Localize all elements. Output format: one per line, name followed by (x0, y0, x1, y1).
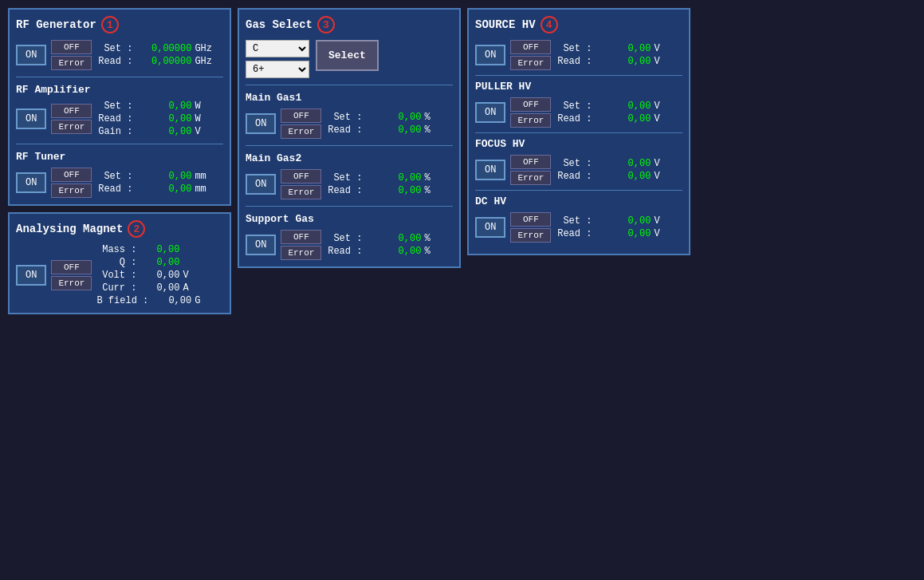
gas-select-dropdown2[interactable]: 6+ (246, 61, 309, 78)
rf-tuner-controls: ON OFF Error Set : 0,00 mm Read : (16, 168, 223, 198)
rf-amplifier-read-label: Read : (96, 113, 132, 124)
rf-tuner-off-button[interactable]: OFF (51, 168, 92, 182)
puller-hv-set-label: Set : (556, 101, 592, 112)
support-gas-error-button[interactable]: Error (281, 246, 321, 260)
main-gas2-on-button[interactable]: ON (246, 174, 276, 195)
dc-hv-on-button[interactable]: ON (475, 217, 505, 238)
main-layout: RF Generator 1 ON OFF Error Set : 0,0000… (8, 8, 916, 314)
source-hv-set-line: Set : 0,00 V (556, 43, 682, 54)
rf-amplifier-error-button[interactable]: Error (51, 120, 92, 134)
puller-hv-set-unit: V (654, 101, 674, 112)
puller-hv-error-button[interactable]: Error (510, 113, 551, 128)
main-gas1-set-unit: % (424, 112, 444, 123)
rf-tuner-read-unit: mm (195, 183, 214, 195)
rf-tuner-read-value: 0,00 (136, 183, 191, 195)
main-gas2-off-button[interactable]: OFF (281, 169, 321, 183)
puller-hv-read-line: Read : 0,00 V (556, 113, 682, 124)
source-hv-on-button[interactable]: ON (475, 45, 505, 65)
analysing-magnet-on-button[interactable]: ON (16, 265, 46, 286)
analysing-magnet-controls: ON OFF Error Mass : 0,00 Q : 0,00 (16, 244, 223, 306)
puller-hv-title: PULLER HV (475, 81, 682, 93)
magnet-curr-label: Curr : (96, 282, 136, 294)
main-gas1-read-unit: % (424, 124, 444, 136)
puller-hv-controls: ON OFF Error Set : 0,00 V Read : 0 (475, 97, 682, 128)
main-gas2-error-button[interactable]: Error (281, 185, 321, 199)
support-gas-controls: ON OFF Error Set : 0,00 % Read : 0 (246, 230, 453, 260)
magnet-q-value: 0,00 (140, 257, 179, 268)
rf-amplifier-off-button[interactable]: OFF (51, 104, 92, 118)
puller-hv-section: PULLER HV ON OFF Error Set : 0,00 V (475, 75, 682, 128)
support-gas-on-button[interactable]: ON (246, 235, 276, 255)
gas-select-button[interactable]: Select (316, 40, 379, 71)
analysing-magnet-panel: Analysing Magnet 2 ON OFF Error Mass : 0… (8, 212, 231, 314)
focus-hv-title: FOCUS HV (475, 138, 682, 150)
support-gas-set-label: Set : (326, 233, 362, 244)
focus-hv-off-button[interactable]: OFF (510, 155, 551, 169)
rf-generator-label: RF Generator (16, 18, 96, 31)
gas-select-dropdown1[interactable]: C (246, 40, 309, 57)
main-gas2-controls: ON OFF Error Set : 0,00 % Read : 0 (246, 169, 453, 199)
magnet-curr-line: Curr : 0,00 A (96, 282, 223, 294)
rf-tuner-on-button[interactable]: ON (16, 172, 46, 193)
focus-hv-controls: ON OFF Error Set : 0,00 V Read : 0 (475, 155, 682, 185)
rf-amplifier-controls: ON OFF Error Set : 0,00 W Read : 0 (16, 101, 223, 137)
main-gas1-read-value: 0,00 (365, 124, 421, 136)
support-gas-set-value: 0,00 (365, 233, 421, 244)
rf-generator-error-button[interactable]: Error (51, 56, 92, 70)
focus-hv-readings: Set : 0,00 V Read : 0,00 V (556, 158, 682, 182)
analysing-magnet-readings: Mass : 0,00 Q : 0,00 Volt : 0,00 V (96, 244, 223, 306)
main-gas1-set-value: 0,00 (365, 112, 421, 123)
rf-generator-read-unit: GHz (195, 56, 214, 67)
rf-generator-readings: Set : 0,00000 GHz Read : 0,00000 GHz (96, 43, 223, 67)
support-gas-read-label: Read : (326, 246, 362, 257)
rf-amplifier-gain-value: 0,00 (136, 126, 191, 137)
rf-amplifier-set-value: 0,00 (136, 101, 191, 112)
main-gas1-on-button[interactable]: ON (246, 113, 276, 134)
puller-hv-off-button[interactable]: OFF (510, 97, 551, 112)
support-gas-readings: Set : 0,00 % Read : 0,00 % (326, 233, 453, 257)
rf-generator-read-value: 0,00000 (136, 56, 191, 67)
focus-hv-error-button[interactable]: Error (510, 171, 551, 185)
rf-amplifier-set-line: Set : 0,00 W (96, 101, 223, 112)
source-hv-error-button[interactable]: Error (510, 56, 551, 70)
gas-select-dropdowns: C 6+ (246, 40, 309, 78)
source-hv-set-value: 0,00 (595, 43, 651, 54)
puller-hv-on-button[interactable]: ON (475, 102, 505, 123)
main-gas2-off-error: OFF Error (281, 169, 321, 199)
support-gas-read-line: Read : 0,00 % (326, 246, 453, 257)
main-gas1-off-button[interactable]: OFF (281, 109, 321, 123)
rf-generator-title: RF Generator 1 (16, 16, 223, 34)
support-gas-set-unit: % (424, 233, 444, 244)
source-hv-off-button[interactable]: OFF (510, 40, 551, 54)
rf-generator-on-button[interactable]: ON (16, 45, 46, 65)
support-gas-off-error: OFF Error (281, 230, 321, 260)
rf-tuner-read-line: Read : 0,00 mm (96, 183, 223, 195)
source-hv-off-error: OFF Error (510, 40, 551, 70)
rf-tuner-error-button[interactable]: Error (51, 183, 92, 198)
focus-hv-on-button[interactable]: ON (475, 160, 505, 180)
rf-amplifier-off-error: OFF Error (51, 104, 92, 134)
focus-hv-read-label: Read : (556, 171, 592, 182)
rf-tuner-title: RF Tuner (16, 151, 223, 163)
dc-hv-off-button[interactable]: OFF (510, 212, 551, 227)
analysing-magnet-error-button[interactable]: Error (51, 276, 92, 290)
source-hv-readings: Set : 0,00 V Read : 0,00 V (556, 43, 682, 67)
rf-amplifier-on-button[interactable]: ON (16, 109, 46, 129)
main-gas1-read-line: Read : 0,00 % (326, 124, 453, 136)
dc-hv-set-line: Set : 0,00 V (556, 215, 682, 227)
rf-generator-off-button[interactable]: OFF (51, 40, 92, 54)
main-gas1-error-button[interactable]: Error (281, 124, 321, 139)
rf-generator-set-line: Set : 0,00000 GHz (96, 43, 223, 54)
gas-select-panel: Gas Select 3 C 6+ Select Main Gas1 (238, 8, 461, 268)
dc-hv-read-unit: V (654, 228, 674, 239)
magnet-curr-unit: A (183, 282, 199, 294)
magnet-mass-label: Mass : (96, 244, 136, 255)
rf-tuner-set-line: Set : 0,00 mm (96, 171, 223, 182)
dc-hv-error-button[interactable]: Error (510, 228, 551, 243)
puller-hv-set-line: Set : 0,00 V (556, 101, 682, 112)
analysing-magnet-off-button[interactable]: OFF (51, 260, 92, 274)
rf-amplifier-set-unit: W (195, 101, 214, 112)
support-gas-off-button[interactable]: OFF (281, 230, 321, 244)
source-hv-section: SOURCE HV 4 ON OFF Error Set : 0,00 V (475, 16, 682, 70)
dc-hv-title: DC HV (475, 195, 682, 207)
